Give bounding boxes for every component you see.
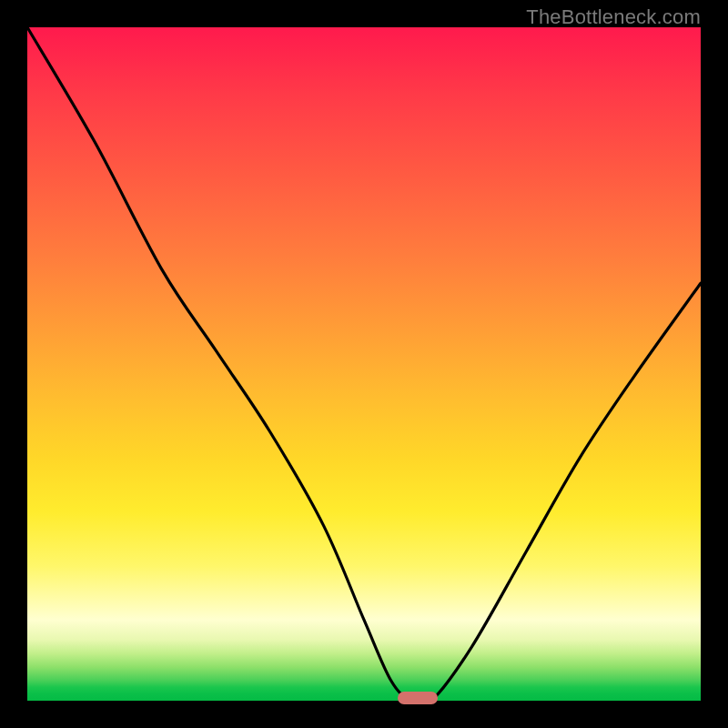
optimal-point-marker xyxy=(398,692,438,704)
bottleneck-line xyxy=(27,27,701,701)
plot-area xyxy=(27,27,701,701)
watermark-text: TheBottleneck.com xyxy=(526,5,701,29)
chart-frame: TheBottleneck.com xyxy=(0,0,728,728)
